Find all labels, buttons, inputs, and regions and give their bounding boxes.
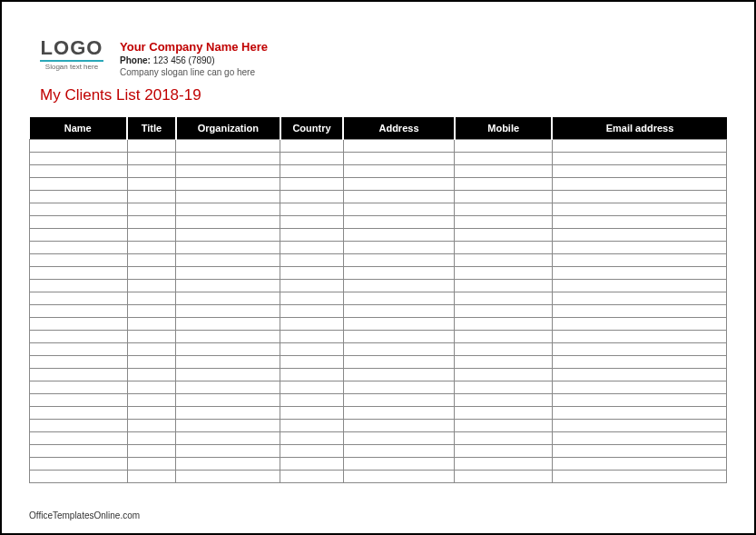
logo-block: LOGO Slogan text here bbox=[40, 38, 103, 71]
table-cell bbox=[176, 420, 280, 432]
table-cell bbox=[343, 140, 455, 153]
table-cell bbox=[30, 229, 128, 242]
table-cell bbox=[552, 203, 726, 216]
table-cell bbox=[455, 432, 553, 445]
table-cell bbox=[30, 305, 128, 318]
table-cell bbox=[127, 458, 176, 471]
table-cell bbox=[127, 242, 176, 254]
table-cell bbox=[343, 331, 455, 343]
table-row bbox=[30, 153, 727, 165]
table-body bbox=[30, 140, 727, 483]
table-cell bbox=[343, 280, 455, 292]
table-cell bbox=[552, 343, 726, 356]
table-row bbox=[30, 165, 727, 178]
table-cell bbox=[30, 153, 128, 165]
table-cell bbox=[343, 292, 455, 305]
table-cell bbox=[343, 407, 455, 420]
table-cell bbox=[280, 292, 343, 305]
table-cell bbox=[127, 305, 176, 318]
table-cell bbox=[176, 394, 280, 407]
table-row bbox=[30, 407, 727, 420]
table-cell bbox=[30, 178, 128, 191]
table-cell bbox=[30, 331, 128, 343]
column-header: Title bbox=[127, 117, 176, 140]
table-cell bbox=[455, 471, 553, 483]
footer-credit: OfficeTemplatesOnline.com bbox=[29, 510, 140, 520]
table-cell bbox=[343, 229, 455, 242]
table-cell bbox=[552, 178, 726, 191]
table-cell bbox=[127, 140, 176, 153]
table-row bbox=[30, 203, 727, 216]
table-cell bbox=[455, 458, 553, 471]
table-cell bbox=[176, 432, 280, 445]
table-row bbox=[30, 318, 727, 331]
column-header: Email address bbox=[552, 117, 726, 140]
table-cell bbox=[280, 356, 343, 369]
table-cell bbox=[127, 178, 176, 191]
table-cell bbox=[455, 420, 553, 432]
table-cell bbox=[455, 445, 553, 458]
table-row bbox=[30, 140, 727, 153]
table-cell bbox=[343, 216, 455, 229]
table-cell bbox=[280, 153, 343, 165]
table-cell bbox=[455, 331, 553, 343]
table-row bbox=[30, 305, 727, 318]
table-cell bbox=[343, 432, 455, 445]
table-row bbox=[30, 216, 727, 229]
table-cell bbox=[552, 471, 726, 483]
table-row bbox=[30, 458, 727, 471]
table-cell bbox=[176, 191, 280, 203]
table-row bbox=[30, 292, 727, 305]
table-row bbox=[30, 420, 727, 432]
table-cell bbox=[552, 407, 726, 420]
table-cell bbox=[30, 165, 128, 178]
table-cell bbox=[127, 356, 176, 369]
table-cell bbox=[455, 191, 553, 203]
table-cell bbox=[343, 267, 455, 280]
table-cell bbox=[455, 140, 553, 153]
table-cell bbox=[127, 280, 176, 292]
table-row bbox=[30, 178, 727, 191]
table-cell bbox=[455, 394, 553, 407]
table-cell bbox=[280, 432, 343, 445]
column-header: Mobile bbox=[455, 117, 553, 140]
table-cell bbox=[280, 267, 343, 280]
table-cell bbox=[455, 254, 553, 267]
table-cell bbox=[455, 381, 553, 394]
table-cell bbox=[455, 203, 553, 216]
table-cell bbox=[280, 305, 343, 318]
table-cell bbox=[455, 318, 553, 331]
table-cell bbox=[343, 242, 455, 254]
table-cell bbox=[30, 267, 128, 280]
table-cell bbox=[176, 356, 280, 369]
table-cell bbox=[280, 381, 343, 394]
table-cell bbox=[280, 165, 343, 178]
table-cell bbox=[176, 165, 280, 178]
table-cell bbox=[455, 178, 553, 191]
table-cell bbox=[280, 254, 343, 267]
table-cell bbox=[176, 203, 280, 216]
table-cell bbox=[176, 153, 280, 165]
column-header: Address bbox=[343, 117, 455, 140]
table-cell bbox=[30, 458, 128, 471]
table-cell bbox=[127, 318, 176, 331]
table-cell bbox=[127, 343, 176, 356]
table-cell bbox=[343, 471, 455, 483]
table-cell bbox=[30, 445, 128, 458]
table-cell bbox=[30, 203, 128, 216]
table-cell bbox=[552, 445, 726, 458]
table-cell bbox=[30, 254, 128, 267]
table-cell bbox=[280, 471, 343, 483]
table-cell bbox=[30, 394, 128, 407]
column-header: Name bbox=[30, 117, 128, 140]
table-cell bbox=[30, 191, 128, 203]
table-cell bbox=[30, 407, 128, 420]
table-cell bbox=[455, 305, 553, 318]
table-cell bbox=[455, 369, 553, 381]
table-cell bbox=[455, 165, 553, 178]
table-cell bbox=[343, 203, 455, 216]
table-cell bbox=[343, 420, 455, 432]
table-cell bbox=[176, 407, 280, 420]
table-cell bbox=[343, 458, 455, 471]
table-cell bbox=[176, 331, 280, 343]
